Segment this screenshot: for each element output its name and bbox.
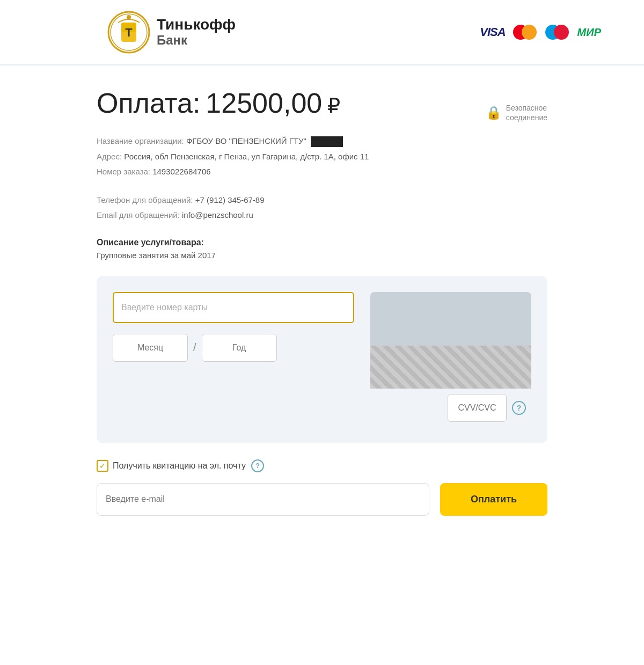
receipt-checkbox[interactable]: ✓ bbox=[97, 460, 108, 472]
visa-logo: VISA bbox=[480, 25, 505, 39]
bottom-action-row: Оплатить bbox=[97, 483, 547, 516]
receipt-label: Получить квитанцию на эл. почту bbox=[113, 461, 246, 471]
slash-divider: / bbox=[193, 341, 196, 354]
card-form: / ? bbox=[97, 276, 547, 443]
redacted-box bbox=[311, 136, 343, 147]
payment-title: Оплата: 12500,00 ₽ bbox=[97, 87, 547, 119]
bank-name: Тинькофф Банк bbox=[157, 17, 236, 47]
expiry-row: / bbox=[113, 334, 354, 362]
address-row: Адрес: Россия, обл Пензенская, г Пенза, … bbox=[97, 151, 547, 163]
card-number-input[interactable] bbox=[113, 292, 354, 323]
org-name-row: Название организации: ФГБОУ ВО "ПЕНЗЕНСК… bbox=[97, 135, 547, 148]
receipt-help-button[interactable]: ? bbox=[251, 459, 264, 472]
main-content: Оплата: 12500,00 ₽ 🔒 Безопасное соединен… bbox=[54, 65, 590, 537]
svg-text:Т: Т bbox=[125, 26, 133, 39]
tinkoff-emblem: Т bbox=[107, 11, 150, 54]
page-header: Т Тинькофф Банк VISA МИР bbox=[0, 0, 644, 65]
order-number-row: Номер заказа: 1493022684706 bbox=[97, 166, 547, 178]
secure-connection-badge: 🔒 Безопасное соединение bbox=[486, 103, 547, 122]
cvv-help-button[interactable]: ? bbox=[512, 401, 526, 415]
receipt-checkbox-wrapper[interactable]: ✓ Получить квитанцию на эл. почту bbox=[97, 460, 246, 472]
payment-header-section: Оплата: 12500,00 ₽ 🔒 Безопасное соединен… bbox=[97, 87, 547, 119]
contact-info-section: Телефон для обращений: +7 (912) 345-67-8… bbox=[97, 194, 547, 222]
service-description: Групповые занятия за май 2017 bbox=[97, 251, 547, 260]
email-contact-row: Email для обращений: info@penzschool.ru bbox=[97, 209, 547, 222]
cvv-input[interactable] bbox=[448, 394, 507, 422]
maestro-logo bbox=[545, 24, 570, 40]
service-description-section: Описание услуги/товара: Групповые заняти… bbox=[97, 238, 547, 260]
service-title: Описание услуги/товара: bbox=[97, 238, 547, 247]
pay-button[interactable]: Оплатить bbox=[440, 483, 547, 516]
cvv-row: ? bbox=[370, 389, 531, 427]
card-visual-top bbox=[370, 292, 531, 346]
receipt-row: ✓ Получить квитанцию на эл. почту ? bbox=[97, 459, 547, 472]
bank-logo: Т Тинькофф Банк bbox=[107, 11, 236, 54]
card-visual-section: ? bbox=[370, 292, 531, 427]
check-mark-icon: ✓ bbox=[99, 462, 106, 470]
lock-icon: 🔒 bbox=[486, 105, 502, 120]
svg-point-5 bbox=[127, 15, 131, 19]
mir-logo: МИР bbox=[577, 26, 601, 39]
payment-logo-group: VISA МИР bbox=[480, 24, 601, 40]
mastercard-logo bbox=[513, 24, 538, 40]
merchant-info-section: Название организации: ФГБОУ ВО "ПЕНЗЕНСК… bbox=[97, 135, 547, 178]
phone-row: Телефон для обращений: +7 (912) 345-67-8… bbox=[97, 194, 547, 207]
card-input-section: / bbox=[113, 292, 370, 427]
card-visual-stripe bbox=[370, 346, 531, 389]
year-input[interactable] bbox=[202, 334, 277, 362]
email-input[interactable] bbox=[97, 483, 429, 516]
month-input[interactable] bbox=[113, 334, 188, 362]
